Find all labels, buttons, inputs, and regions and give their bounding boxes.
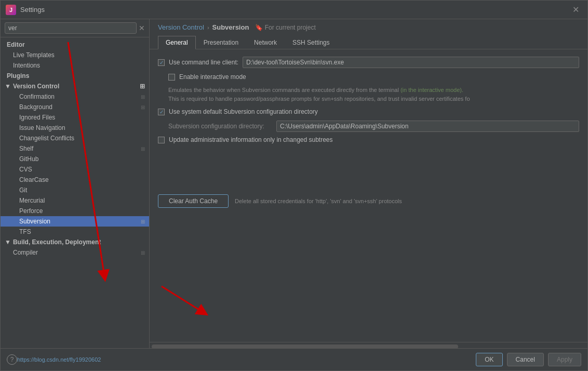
scrollbar-thumb [152, 344, 458, 348]
breadcrumb-link[interactable]: Version Control [158, 23, 204, 31]
sidebar-item-editor: Editor [1, 39, 149, 50]
spacer [158, 149, 579, 190]
help-button[interactable]: ? [7, 354, 17, 365]
clear-auth-cache-row: Clear Auth Cache Delete all stored crede… [158, 190, 579, 212]
sidebar-item-issue-navigation[interactable]: Issue Navigation [1, 123, 149, 133]
sidebar-item-build[interactable]: ▼ Build, Execution, Deployment [1, 237, 149, 247]
titlebar-left: J Settings [6, 5, 45, 15]
use-command-line-label: Use command line client: [169, 59, 238, 66]
sidebar-item-tfs[interactable]: TFS [1, 227, 149, 237]
sidebar-item-plugins: Plugins [1, 71, 149, 81]
window-title: Settings [20, 6, 45, 14]
breadcrumb-current: Subversion [212, 23, 249, 31]
compiler-page-icon: ⊞ [141, 250, 145, 256]
cancel-button[interactable]: Cancel [507, 353, 544, 366]
sidebar-item-shelf[interactable]: Shelf ⊞ [1, 143, 149, 154]
tab-network[interactable]: Network [246, 36, 285, 49]
tab-general[interactable]: General [158, 36, 196, 49]
vc-page-icon: ⊞ [140, 83, 145, 90]
breadcrumb-arrow: › [207, 24, 209, 31]
sidebar-item-background[interactable]: Background ⊞ [1, 102, 149, 112]
interactive-mode-block: Enable interactive mode Emulates the beh… [168, 73, 579, 103]
sidebar-item-clearcase[interactable]: ClearCase [1, 175, 149, 185]
sidebar-item-subversion[interactable]: Subversion ⊞ [1, 216, 149, 227]
breadcrumb: Version Control › Subversion 🔖 For curre… [158, 23, 579, 31]
sidebar-item-perforce[interactable]: Perforce [1, 206, 149, 216]
use-command-line-checkbox[interactable] [158, 59, 165, 66]
sidebar-item-compiler[interactable]: Compiler ⊞ [1, 247, 149, 258]
expand-icon: ▼ [5, 83, 11, 90]
horizontal-scrollbar[interactable] [150, 342, 587, 348]
command-line-path-input[interactable] [243, 57, 579, 68]
right-panel: Version Control › Subversion 🔖 For curre… [150, 19, 587, 348]
sidebar-item-live-templates[interactable]: Live Templates [1, 50, 149, 60]
update-admin-checkbox[interactable] [158, 137, 165, 143]
tab-presentation[interactable]: Presentation [196, 36, 246, 49]
breadcrumb-project: 🔖 For current project [255, 24, 315, 31]
sidebar-item-mercurial[interactable]: Mercurial [1, 195, 149, 206]
use-system-default-row: Use system default Subversion configurat… [158, 108, 579, 115]
subversion-page-icon: ⊞ [141, 219, 145, 224]
app-icon: J [6, 5, 16, 15]
apply-button[interactable]: Apply [548, 353, 581, 366]
use-system-default-checkbox[interactable] [158, 109, 165, 115]
sidebar-item-changelist-conflicts[interactable]: Changelist Conflicts [1, 133, 149, 143]
main-content: ✕ Editor Live Templates Intentions Plugi… [1, 19, 587, 348]
footer-buttons: OK Cancel Apply [476, 353, 581, 366]
panel-header: Version Control › Subversion 🔖 For curre… [150, 19, 587, 49]
interactive-description: Emulates the behavior when Subversion co… [168, 86, 579, 103]
enable-interactive-row: Enable interactive mode [168, 73, 579, 81]
sidebar-item-github[interactable]: GitHub [1, 154, 149, 164]
close-button[interactable]: ✕ [569, 5, 582, 15]
clear-auth-cache-button[interactable]: Clear Auth Cache [158, 194, 229, 208]
background-page-icon: ⊞ [141, 104, 145, 110]
window-footer: ? https://blog.csdn.net/fly19920602 OK C… [1, 348, 587, 370]
sidebar-item-intentions[interactable]: Intentions [1, 60, 149, 71]
use-system-default-label: Use system default Subversion configurat… [169, 108, 318, 115]
ok-button[interactable]: OK [476, 353, 502, 366]
search-clear-icon[interactable]: ✕ [139, 24, 145, 32]
build-expand-icon: ▼ [5, 239, 11, 246]
sidebar-item-git[interactable]: Git [1, 185, 149, 195]
config-dir-label: Subversion configuration directory: [168, 123, 272, 130]
panel-content: Use command line client: Enable interact… [150, 49, 587, 342]
search-input[interactable] [5, 22, 137, 34]
confirmation-page-icon: ⊞ [141, 94, 145, 100]
panel-tabs: General Presentation Network SSH Setting… [158, 35, 579, 49]
tab-ssh-settings[interactable]: SSH Settings [285, 36, 337, 49]
sidebar-tree: Editor Live Templates Intentions Plugins… [1, 37, 149, 348]
use-command-line-row: Use command line client: [158, 57, 579, 68]
sidebar-item-confirmation[interactable]: Confirmation ⊞ [1, 91, 149, 102]
sidebar-item-cvs[interactable]: CVS [1, 164, 149, 175]
update-admin-label: Update administrative information only i… [169, 136, 333, 143]
config-dir-row: Subversion configuration directory: [168, 121, 579, 132]
update-admin-row: Update administrative information only i… [158, 136, 579, 143]
shelf-page-icon: ⊞ [141, 146, 145, 152]
sidebar-item-ignored-files[interactable]: Ignored Files [1, 112, 149, 123]
sidebar: ✕ Editor Live Templates Intentions Plugi… [1, 19, 150, 348]
clear-auth-cache-description: Delete all stored credentials for 'http'… [235, 198, 402, 204]
search-bar: ✕ [1, 19, 149, 37]
enable-interactive-label: Enable interactive mode [179, 73, 246, 81]
config-dir-input[interactable] [276, 121, 579, 132]
settings-window: J Settings ✕ ✕ Editor Live Templates Int… [0, 0, 588, 371]
enable-interactive-checkbox[interactable] [168, 74, 175, 81]
sidebar-item-version-control[interactable]: ▼ Version Control ⊞ [1, 81, 149, 91]
footer-url: https://blog.csdn.net/fly19920602 [17, 356, 101, 363]
titlebar: J Settings ✕ [1, 1, 587, 19]
